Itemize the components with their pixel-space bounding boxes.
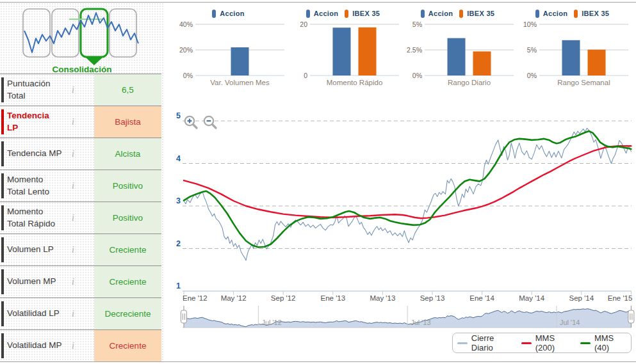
- x-axis-label: Ene '15: [608, 294, 633, 302]
- indicator-value: Creciente: [94, 330, 161, 361]
- mini-chart-title: Rango Diario: [448, 79, 491, 86]
- indicator-row: Volumen LP i Creciente: [0, 233, 161, 265]
- indicator-value: 6,5: [94, 74, 161, 106]
- bar-ibex[interactable]: [359, 28, 377, 75]
- indicator-table: Puntuación Total i 6,5 Tendencia LP i Ba…: [0, 74, 161, 361]
- legend-label[interactable]: Accion: [314, 10, 338, 17]
- bar-ibex[interactable]: [473, 51, 491, 75]
- y-tick-label: 5%: [412, 20, 422, 28]
- y-tick-label: 2.5%: [407, 46, 422, 54]
- legend-label[interactable]: IBEX 35: [582, 10, 609, 17]
- row-accent-bar: [1, 237, 4, 262]
- mini-chart-title: Var. Volumen Mes: [210, 79, 270, 86]
- bottom-divider: [0, 361, 636, 362]
- legend-label[interactable]: IBEX 35: [467, 10, 494, 17]
- mini-chart-title: Momento Rápido: [327, 79, 383, 86]
- legend-swatch: [580, 342, 591, 344]
- legend-item[interactable]: MMS (40): [580, 333, 626, 352]
- mini-chart-plot: 0%20%40%Var. Volumen Mes: [174, 20, 289, 88]
- zoom-in-icon[interactable]: [183, 115, 199, 131]
- legend-label[interactable]: IBEX 35: [352, 10, 380, 17]
- mini-chart-legend: Accion: [174, 6, 289, 20]
- navigator-label: Jul '13: [411, 319, 430, 326]
- mini-chart-title: Rango Semanal: [557, 79, 610, 86]
- indicator-value: Alcista: [94, 138, 161, 170]
- info-icon[interactable]: i: [62, 341, 84, 351]
- info-icon[interactable]: i: [62, 309, 84, 319]
- info-icon[interactable]: i: [62, 213, 84, 223]
- bar-accion[interactable]: [448, 38, 466, 75]
- bar-accion[interactable]: [333, 28, 351, 75]
- indicator-value: Creciente: [94, 266, 161, 297]
- x-axis-label: Sep '12: [271, 294, 296, 302]
- x-axis-label: Ene '12: [183, 294, 208, 302]
- mini-chart-plot: 0%5%10%Rango Semanal: [518, 20, 633, 88]
- row-accent-bar: [1, 77, 4, 102]
- indicator-row: Tendencia LP i Bajista: [0, 106, 161, 138]
- x-axis-label: Sep '14: [569, 294, 594, 302]
- indicator-label: Momento Total Lento: [7, 174, 62, 197]
- indicator-row: Volumen MP i Creciente: [0, 265, 161, 297]
- legend-label[interactable]: Accion: [220, 10, 244, 17]
- legend-label: MMS (40): [594, 333, 626, 352]
- y-tick-label: 5%: [527, 46, 537, 54]
- mini-chart-legend: AccionIBEX 35: [289, 6, 404, 20]
- bar-accion[interactable]: [562, 40, 580, 75]
- legend-label[interactable]: Accion: [543, 10, 567, 17]
- indicator-label: Momento Total Rápido: [7, 206, 62, 229]
- indicator-row: Volatilidad MP i Creciente: [0, 329, 161, 361]
- indicator-value: Decreciente: [94, 298, 161, 329]
- mini-chart-momento-rapido: AccionIBEX 35 020Momento Rápido: [289, 5, 404, 91]
- info-icon[interactable]: i: [62, 85, 84, 95]
- indicator-row: Momento Total Lento i Positivo: [0, 170, 161, 202]
- legend-item[interactable]: Cierre Diario: [457, 333, 512, 352]
- bar-accion[interactable]: [231, 47, 249, 75]
- y-tick-label: 40%: [179, 20, 193, 28]
- phase-box-selected[interactable]: [81, 9, 108, 57]
- indicator-value: Bajista: [94, 106, 161, 138]
- indicator-value: Creciente: [94, 234, 161, 265]
- legend-swatch: [574, 10, 578, 18]
- main-price-chart[interactable]: 12345Ene '12May '12Sep '12Ene '13May '13…: [173, 106, 636, 329]
- legend-swatch: [535, 10, 539, 18]
- mini-chart-plot: 020Momento Rápido: [289, 20, 404, 88]
- info-icon[interactable]: i: [62, 149, 84, 159]
- phase-box[interactable]: [52, 9, 79, 57]
- mini-charts-row: Accion 0%20%40%Var. Volumen Mes AccionIB…: [174, 5, 633, 91]
- indicator-label: Volumen MP: [7, 276, 62, 287]
- legend-item[interactable]: MMS (200): [521, 333, 571, 352]
- y-axis-label: 4: [176, 154, 181, 163]
- indicator-row: Volatilidad LP i Decreciente: [0, 297, 161, 329]
- chart-legend[interactable]: Cierre Diario MMS (200) MMS (40): [452, 333, 632, 353]
- row-accent-bar: [1, 269, 4, 294]
- mini-chart-rango-diario: AccionIBEX 35 0%2.5%5%Rango Diario: [404, 5, 518, 91]
- x-axis-label: Ene '13: [320, 294, 345, 302]
- mini-chart-var-volumen: Accion 0%20%40%Var. Volumen Mes: [174, 5, 289, 91]
- navigator-label: Jul '14: [560, 319, 580, 326]
- navigator-left-handle[interactable]: [181, 310, 187, 323]
- info-icon[interactable]: i: [62, 181, 84, 191]
- mini-chart-legend: AccionIBEX 35: [404, 6, 518, 20]
- legend-label[interactable]: Accion: [428, 10, 453, 17]
- y-tick-label: 0: [304, 72, 307, 79]
- market-phase-widget[interactable]: [8, 6, 156, 67]
- indicator-label: Puntuación Total: [7, 78, 62, 101]
- indicator-label: Volumen LP: [7, 244, 62, 255]
- navigator-right-handle[interactable]: [628, 310, 634, 323]
- bar-ibex[interactable]: [588, 50, 606, 75]
- y-axis-label: 5: [176, 111, 181, 120]
- phase-box[interactable]: [23, 9, 50, 57]
- zoom-out-icon[interactable]: [202, 115, 218, 131]
- phase-box[interactable]: [110, 9, 136, 57]
- info-icon[interactable]: i: [62, 245, 84, 255]
- indicator-row: Momento Total Rápido i Positivo: [0, 202, 161, 233]
- x-axis-label: May '12: [221, 294, 247, 302]
- info-icon[interactable]: i: [62, 117, 84, 127]
- y-axis-label: 2: [176, 239, 181, 248]
- info-icon[interactable]: i: [62, 277, 84, 287]
- legend-label: MMS (200): [535, 333, 571, 352]
- x-axis-label: May '13: [370, 294, 395, 302]
- y-tick-label: 0%: [527, 72, 537, 79]
- y-tick-label: 0%: [412, 72, 422, 79]
- series-mms-200-: [184, 146, 631, 218]
